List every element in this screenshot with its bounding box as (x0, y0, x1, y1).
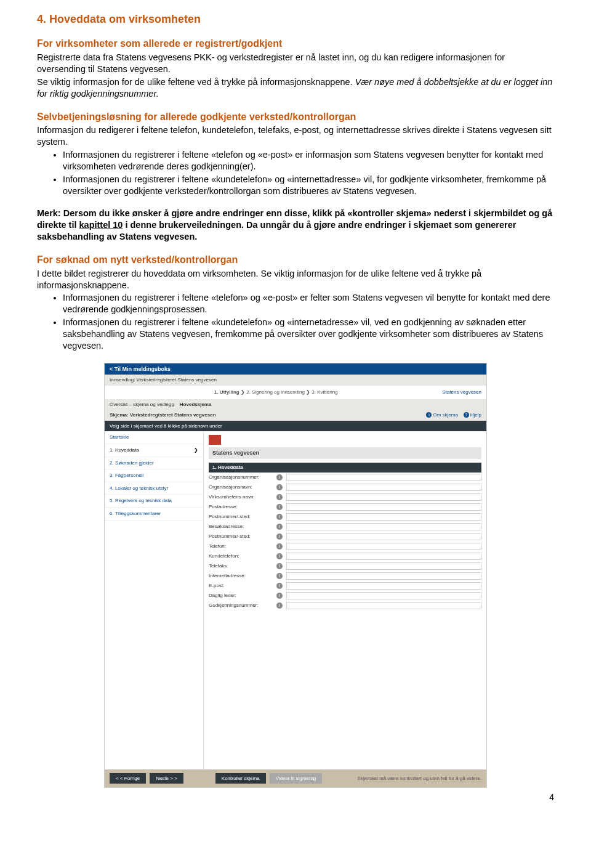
sub-heading-registered: For virksomheter som allerede er registr… (37, 38, 554, 51)
sidebar-item-lokaler[interactable]: 4. Lokaler og teknisk utstyr (105, 482, 203, 495)
field-label: Organisasjonsnummer: (209, 474, 276, 481)
form-row: Virksomhetens navn:i (209, 492, 481, 502)
text-input[interactable] (286, 493, 481, 501)
info-icon[interactable]: i (276, 553, 283, 559)
section-heading-4: 4. Hoveddata om virksomheten (37, 12, 554, 26)
list-item: Informasjonen du registrerer i feltene «… (63, 174, 554, 197)
info-icon: i (426, 412, 432, 418)
paragraph: I dette bildet registrerer du hoveddata … (37, 268, 554, 291)
help-link[interactable]: Hjelp (470, 412, 481, 418)
info-icon[interactable]: i (276, 514, 283, 520)
chevron-right-icon: ❯ (306, 389, 312, 395)
text-input[interactable] (286, 474, 481, 481)
next-button[interactable]: Neste > > (150, 773, 183, 784)
sub-heading-selfservice: Selvbetjeningsløsning for allerede godkj… (37, 111, 554, 124)
form-blank-area (209, 610, 481, 765)
text: Se viktig informasjon for de ulike felte… (37, 77, 355, 87)
brand-right: Statens vegvesen (442, 389, 481, 395)
schema-bar: Skjema: Verkstedregisteret Statens vegve… (105, 410, 486, 421)
field-label: Godkjenningsnummer: (209, 602, 276, 609)
info-icon[interactable]: i (276, 494, 283, 500)
field-label: Kundetelefon: (209, 553, 276, 559)
sidebar-item-regelverk[interactable]: 5. Regelverk og teknisk data (105, 495, 203, 508)
text-input[interactable] (286, 553, 481, 560)
form-row: E-post:i (209, 581, 481, 591)
form-footer: < < Forrige Neste > > Kontroller skjema … (105, 769, 486, 788)
field-label: Besøksadresse: (209, 524, 276, 530)
footer-message: Skjemaet må være kontrollert og uten fei… (358, 776, 481, 782)
form-main: Statens vegvesen 1. Hoveddata Organisasj… (204, 431, 486, 769)
agency-name: Statens vegvesen (209, 447, 481, 459)
info-icon[interactable]: i (276, 504, 283, 510)
prev-button[interactable]: < < Forrige (110, 773, 146, 784)
paragraph: Informasjon du redigerer i feltene telef… (37, 124, 554, 148)
bullet-list: Informasjonen du registrerer i feltene «… (37, 292, 554, 351)
form-section-title: 1. Hoveddata (209, 463, 481, 473)
text-input[interactable] (286, 484, 481, 491)
text-input[interactable] (286, 543, 481, 550)
field-label: Organisasjonsnavn: (209, 484, 276, 490)
field-label: Postnummer/-sted: (209, 514, 276, 520)
bullet-list: Informasjonen du registrerer i feltene «… (37, 149, 554, 197)
info-icon[interactable]: i (276, 524, 283, 530)
chevron-right-icon: ❯ (241, 389, 246, 395)
paragraph: Registrerte data fra Statens vegvesens P… (37, 52, 554, 75)
field-label: Postnummer/-sted: (209, 533, 276, 540)
text-input[interactable] (286, 562, 481, 570)
send-button: Videre til signering (270, 773, 323, 784)
chapter-10-link[interactable]: kapittel 10 (79, 220, 123, 230)
info-icon[interactable]: i (276, 583, 283, 589)
step-1: 1. Utfylling (214, 389, 239, 395)
text-input[interactable] (286, 572, 481, 580)
text-input[interactable] (286, 513, 481, 521)
field-label: Internettadresse: (209, 573, 276, 579)
chevron-right-icon: ❯ (194, 447, 198, 453)
info-icon[interactable]: i (276, 593, 283, 599)
step-3: 3. Kvittering (312, 389, 337, 395)
form-row: Internettadresse:i (209, 571, 481, 581)
sidebar-item-fagpersonell[interactable]: 3. Fagpersonell (105, 469, 203, 482)
text-input[interactable] (286, 582, 481, 590)
info-icon[interactable]: i (276, 533, 283, 540)
field-label: Telefaks: (209, 563, 276, 569)
info-icon[interactable]: i (276, 474, 283, 481)
sidebar-item-soknaden[interactable]: 2. Søknaden gjelder (105, 457, 203, 470)
form-row: Kundetelefon:i (209, 551, 481, 561)
about-schema-link[interactable]: Om skjema (433, 412, 457, 418)
help-icon: ? (464, 412, 469, 418)
note-paragraph: Merk: Dersom du ikke ønsker å gjøre andr… (37, 208, 554, 243)
page-number: 4 (37, 792, 554, 803)
text-input[interactable] (286, 602, 481, 609)
kontroller-skjema-button[interactable]: Kontroller skjema (215, 773, 266, 784)
info-icon[interactable]: i (276, 602, 283, 609)
agency-logo-icon (209, 435, 221, 445)
list-item: Informasjonen du registrerer i feltene «… (63, 292, 554, 315)
info-icon[interactable]: i (276, 573, 283, 579)
paragraph: Se viktig informasjon for de ulike felte… (37, 76, 554, 100)
sidebar-item-hoveddata[interactable]: 1. Hoveddata ❯ (105, 444, 203, 457)
info-icon[interactable]: i (276, 563, 283, 569)
sidebar-item-tillegg[interactable]: 6. Tilleggskommentarer (105, 508, 203, 521)
text-input[interactable] (286, 533, 481, 540)
submission-title-bar: Innsending: Verkstedregisteret Statens v… (105, 375, 486, 386)
text-input[interactable] (286, 523, 481, 530)
form-row: Postnummer/-sted:i (209, 512, 481, 522)
step-indicator: 1. Utfylling ❯ 2. Signering og innsendin… (105, 386, 486, 399)
form-row: Telefon:i (209, 541, 481, 551)
info-icon[interactable]: i (276, 484, 283, 490)
tab-mainform[interactable]: Hovedskjema (180, 402, 212, 407)
tab-overview[interactable]: Oversikt – skjema og vedlegg (110, 402, 174, 407)
text-input[interactable] (286, 503, 481, 511)
form-row: Telefaks:i (209, 561, 481, 571)
text-input[interactable] (286, 592, 481, 599)
tab-bar: Oversikt – skjema og vedlegg Hovedskjema (105, 399, 486, 410)
sidebar-item-start[interactable]: Startside (105, 431, 203, 444)
form-row: Godkjenningsnummer:i (209, 601, 481, 610)
sidebar-item-label: 1. Hoveddata (110, 447, 139, 453)
schema-label: Skjema: Verkstedregisteret Statens vegve… (110, 412, 216, 418)
form-row: Organisasjonsnummer:i (209, 473, 481, 482)
back-to-inbox-link[interactable]: < Til Min meldingsboks (105, 363, 486, 375)
screenshot-form: < Til Min meldingsboks Innsending: Verks… (104, 363, 487, 789)
info-icon[interactable]: i (276, 543, 283, 550)
field-label: Telefon: (209, 543, 276, 550)
